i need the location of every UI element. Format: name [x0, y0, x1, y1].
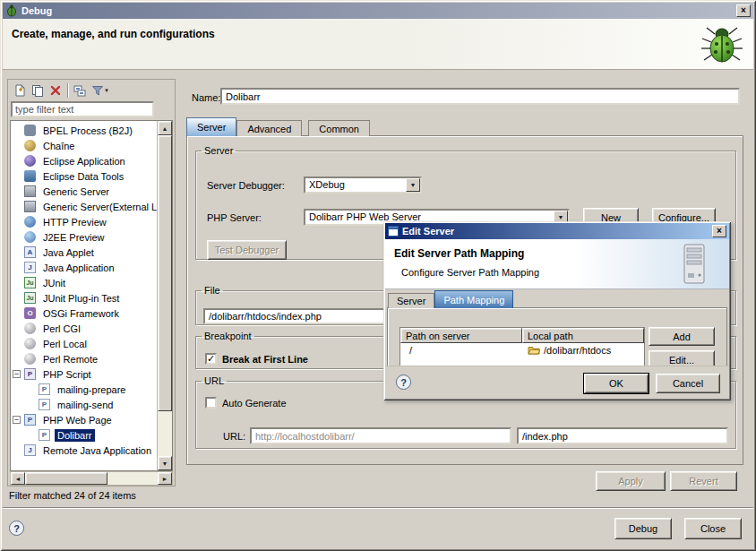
configurations-panel: ▼ BPEL Process (B2J)ChaîneEclipse Applic… [7, 79, 176, 486]
tree-item[interactable]: Chaîne [11, 138, 157, 153]
collapse-all-icon[interactable] [71, 82, 89, 99]
column-header-local-path[interactable]: Local path [522, 328, 644, 343]
tree-item-label: PHP Script [40, 368, 94, 381]
tree-item[interactable]: HTTP Preview [11, 214, 157, 229]
url-path-input[interactable]: /index.php [517, 427, 728, 444]
j2ee-preview-icon [24, 231, 36, 243]
tree-item-label: JUnit [40, 277, 68, 289]
tree-item[interactable]: Generic Server [11, 184, 157, 199]
tree-item[interactable]: mailing-send [11, 397, 157, 412]
perl-icon [24, 353, 36, 365]
horizontal-scroll-track[interactable] [25, 472, 158, 485]
server-debugger-label: Server Debugger: [207, 180, 285, 191]
dialog-window-icon [388, 226, 399, 237]
file-value: /dolibarr/htdocs/index.php [209, 311, 322, 322]
dialog-button-bar: ? OK Cancel [385, 366, 729, 399]
vertical-scroll-track[interactable] [158, 135, 172, 456]
auto-generate-checkbox[interactable] [205, 397, 217, 409]
tree-item[interactable]: OSGi Framework [11, 306, 157, 321]
help-icon[interactable]: ? [9, 521, 24, 536]
php-file-icon [39, 399, 50, 410]
perl-icon [24, 323, 36, 334]
server-debugger-value: XDebug [305, 178, 406, 192]
debug-button[interactable]: Debug [614, 518, 672, 539]
path-mapping-table: Path on server Local path //dolibarr/htd… [399, 327, 645, 367]
tree-item[interactable]: Eclipse Data Tools [11, 168, 157, 184]
url-group-title: URL [202, 375, 227, 386]
window-titlebar[interactable]: Debug × [3, 3, 753, 19]
toolbar-separator [67, 83, 68, 98]
tree-item[interactable]: −PHP Web Page [11, 412, 157, 427]
chevron-down-icon[interactable]: ▼ [406, 178, 420, 192]
tab-advanced[interactable]: Advanced [236, 120, 302, 136]
tree-item[interactable]: J2EE Preview [11, 229, 157, 245]
break-first-line-checkbox[interactable]: ✓ [205, 353, 217, 365]
window-title: Debug [21, 5, 736, 16]
test-debugger-button[interactable]: Test Debugger [207, 240, 287, 260]
delete-configuration-icon[interactable] [47, 82, 64, 99]
generic-server-icon [24, 201, 36, 212]
tree-item-label: PHP Web Page [40, 414, 115, 426]
add-mapping-button[interactable]: Add [649, 327, 715, 346]
local-path-text: /dolibarr/htdocs [544, 345, 611, 356]
local-path-cell: /dolibarr/htdocs [522, 345, 644, 356]
tree-item[interactable]: Perl Remote [11, 351, 157, 366]
scroll-left-icon[interactable]: ◄ [11, 472, 25, 485]
duplicate-configuration-icon[interactable] [29, 82, 47, 99]
new-configuration-icon[interactable] [11, 82, 29, 99]
dialog-tab-path-mapping[interactable]: Path Mapping [434, 290, 513, 308]
tree-item[interactable]: Generic Server(External La [11, 199, 157, 214]
tree-item[interactable]: Remote Java Application [11, 443, 157, 458]
tree-item[interactable]: Java Applet [11, 245, 157, 260]
ok-button[interactable]: OK [584, 374, 649, 393]
filter-input[interactable] [11, 101, 154, 117]
tree-item[interactable]: JUnit Plug-in Test [11, 290, 157, 306]
tree-item[interactable]: JUnit [11, 275, 157, 290]
server-tower-icon [679, 243, 709, 288]
scroll-up-icon[interactable]: ▲ [158, 121, 172, 135]
tree-item-label: Dolibarr [55, 429, 95, 442]
tree-item-label: HTTP Preview [40, 216, 109, 228]
column-header-path-on-server[interactable]: Path on server [400, 328, 522, 343]
breakpoint-group-title: Breakpoint [202, 331, 254, 341]
scroll-right-icon[interactable]: ► [158, 472, 172, 485]
php-file-icon [39, 429, 50, 441]
name-input[interactable] [220, 88, 740, 105]
tree-item-label: Remote Java Application [40, 444, 154, 457]
chain-icon [24, 140, 36, 151]
edit-server-dialog: Edit Server × Edit Server Path Mapping C… [383, 221, 731, 400]
tree-item[interactable]: BPEL Process (B2J) [11, 123, 157, 138]
tree-item[interactable]: Perl Local [11, 336, 157, 351]
tree-item[interactable]: −PHP Script [11, 366, 157, 382]
tree-item[interactable]: Dolibarr [11, 427, 157, 443]
tree-horizontal-scrollbar[interactable]: ◄ ► [10, 471, 173, 486]
collapse-expander-icon[interactable]: − [13, 416, 21, 424]
tab-server[interactable]: Server [186, 117, 236, 136]
tree-vertical-scrollbar[interactable]: ▲ ▼ [157, 121, 172, 470]
vertical-scroll-thumb[interactable] [158, 135, 172, 411]
close-button[interactable]: Close [684, 518, 742, 539]
remote-java-icon [24, 444, 36, 456]
server-debugger-select[interactable]: XDebug ▼ [304, 176, 422, 194]
cancel-button[interactable]: Cancel [656, 374, 720, 393]
horizontal-scroll-thumb[interactable] [25, 472, 107, 485]
tree-item[interactable]: Java Application [11, 260, 157, 275]
scroll-down-icon[interactable]: ▼ [158, 456, 172, 470]
dialog-titlebar[interactable]: Edit Server × [385, 223, 729, 239]
dialog-close-icon[interactable]: × [712, 225, 726, 237]
tree-item[interactable]: Eclipse Application [11, 153, 157, 168]
dialog-help-icon[interactable]: ? [396, 375, 411, 390]
url-base-input: http://localhostdolibarr/ [250, 427, 511, 444]
dialog-tab-server[interactable]: Server [388, 293, 434, 308]
tree-item-label: J2EE Preview [40, 231, 107, 244]
tree-item[interactable]: Perl CGI [11, 321, 157, 336]
mapping-table-row[interactable]: //dolibarr/htdocs [400, 343, 644, 357]
tab-common[interactable]: Common [308, 120, 370, 136]
revert-button[interactable]: Revert [670, 471, 737, 491]
close-icon[interactable]: × [736, 4, 751, 17]
filter-menu-chevron-icon[interactable]: ▼ [104, 88, 109, 93]
configurations-toolbar: ▼ [8, 80, 175, 101]
apply-button[interactable]: Apply [596, 471, 666, 491]
collapse-expander-icon[interactable]: − [13, 370, 21, 378]
tree-item[interactable]: mailing-prepare [11, 382, 157, 397]
